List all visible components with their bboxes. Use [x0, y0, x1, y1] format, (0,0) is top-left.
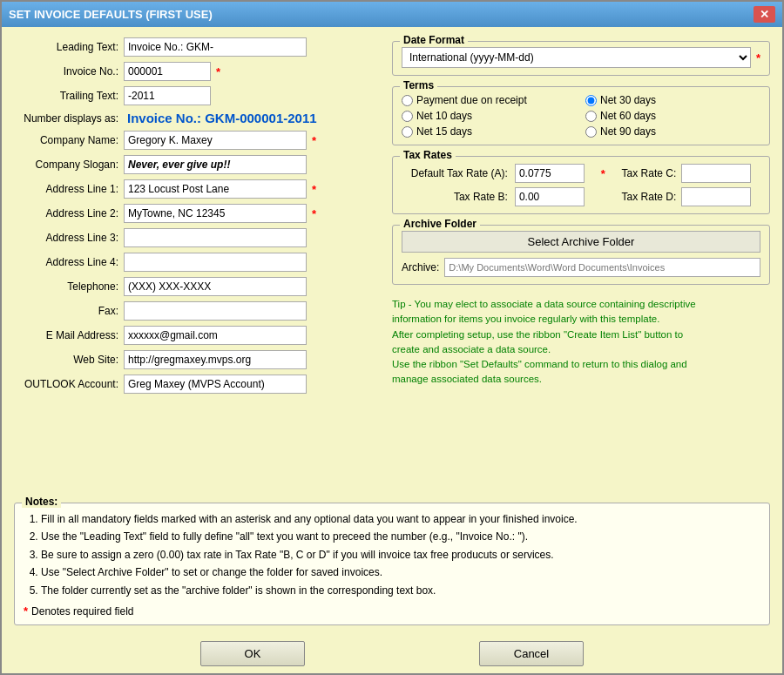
address2-label: Address Line 2:	[14, 207, 118, 219]
terms-label-receipt: Payment due on receipt	[416, 94, 527, 106]
tax-d-input[interactable]	[681, 187, 751, 206]
tax-a-input[interactable]	[515, 164, 585, 183]
leading-text-row: Leading Text:	[14, 37, 380, 57]
terms-radio-net30[interactable]	[585, 95, 597, 106]
dialog-title: SET INVOICE DEFAULTS (FIRST USE)	[9, 8, 213, 21]
notes-item-5: The folder currently set as the "archive…	[41, 582, 760, 599]
required-asterisk: *	[24, 604, 28, 618]
address1-row: Address Line 1: *	[14, 179, 380, 199]
terms-grid: Payment due on receipt Net 30 days Net 1…	[402, 94, 760, 138]
notes-box: Notes: Fill in all mandatory fields mark…	[14, 503, 770, 625]
terms-radio-receipt[interactable]	[402, 95, 413, 106]
invoice-no-required: *	[216, 65, 220, 78]
terms-label-net30: Net 30 days	[600, 94, 656, 106]
notes-item-3: Be sure to assign a zero (0.00) tax rate…	[41, 546, 760, 564]
terms-net30: Net 30 days	[585, 94, 760, 106]
number-display-value: Invoice No.: GKM-000001-2011	[127, 111, 317, 125]
required-note: * Denotes required field	[24, 604, 760, 618]
address4-row: Address Line 4:	[14, 253, 380, 272]
trailing-text-input[interactable]	[124, 86, 211, 105]
tax-a-required: *	[601, 167, 615, 180]
terms-net60: Net 60 days	[585, 110, 760, 122]
outlook-row: OUTLOOK Account:	[14, 375, 380, 394]
close-button[interactable]: ✕	[754, 6, 775, 23]
company-name-required: *	[312, 134, 316, 147]
ok-button[interactable]: OK	[200, 641, 305, 666]
tax-rates-group: Tax Rates Default Tax Rate (A): * Tax Ra…	[392, 156, 770, 214]
required-text: Denotes required field	[31, 605, 133, 618]
outlook-input[interactable]	[124, 375, 307, 394]
select-archive-button[interactable]: Select Archive Folder	[402, 231, 760, 253]
right-panel: Date Format International (yyyy-MM-dd) U…	[392, 37, 770, 496]
tax-rates-grid: Default Tax Rate (A): * Tax Rate C: Tax …	[402, 164, 760, 206]
terms-label-net15: Net 15 days	[416, 125, 472, 138]
terms-group: Terms Payment due on receipt Net 30 days	[392, 86, 770, 145]
dialog: SET INVOICE DEFAULTS (FIRST USE) ✕ Leadi…	[0, 0, 784, 675]
address2-input[interactable]	[124, 204, 307, 223]
terms-net10: Net 10 days	[402, 110, 577, 122]
address2-row: Address Line 2: *	[14, 204, 380, 223]
archive-folder-group: Archive Folder Select Archive Folder Arc…	[392, 225, 770, 285]
terms-title: Terms	[400, 79, 437, 91]
company-name-row: Company Name: *	[14, 131, 380, 150]
archive-label: Archive:	[402, 261, 439, 273]
tax-b-input[interactable]	[515, 187, 585, 206]
company-slogan-row: Company Slogan:	[14, 155, 380, 174]
dialog-body: Leading Text: Invoice No.: * Trailing Te…	[2, 27, 782, 632]
archive-path-input[interactable]	[444, 258, 760, 277]
invoice-no-label: Invoice No.:	[14, 65, 118, 78]
date-format-row: International (yyyy-MM-dd) US (MM-dd-yyy…	[402, 47, 760, 68]
address1-required: *	[312, 183, 316, 196]
address1-input[interactable]	[124, 179, 307, 199]
trailing-text-row: Trailing Text:	[14, 86, 380, 105]
date-format-title: Date Format	[400, 34, 468, 46]
terms-radio-net90[interactable]	[585, 126, 597, 138]
terms-label-net60: Net 60 days	[600, 110, 656, 122]
address1-label: Address Line 1:	[14, 183, 118, 195]
notes-item-1: Fill in all mandatory fields marked with…	[41, 510, 760, 528]
trailing-text-label: Trailing Text:	[14, 90, 118, 102]
tax-c-group: Tax Rate C:	[622, 164, 760, 183]
company-slogan-label: Company Slogan:	[14, 159, 118, 171]
tax-d-group: Tax Rate D:	[622, 187, 760, 206]
terms-radio-net15[interactable]	[402, 126, 413, 138]
address3-input[interactable]	[124, 228, 307, 247]
telephone-label: Telephone:	[14, 280, 118, 293]
email-label: E Mail Address:	[14, 329, 118, 341]
outlook-label: OUTLOOK Account:	[14, 378, 118, 390]
terms-radio-net10[interactable]	[402, 111, 413, 122]
leading-text-input[interactable]	[124, 37, 307, 57]
terms-label-net90: Net 90 days	[600, 125, 656, 138]
website-row: Web Site:	[14, 350, 380, 369]
website-input[interactable]	[124, 350, 307, 369]
terms-net90: Net 90 days	[585, 125, 760, 138]
leading-text-label: Leading Text:	[14, 41, 118, 53]
invoice-no-input[interactable]	[124, 62, 211, 81]
fax-input[interactable]	[124, 301, 307, 321]
tax-c-label: Tax Rate C:	[622, 167, 677, 179]
date-format-group: Date Format International (yyyy-MM-dd) U…	[392, 41, 770, 76]
terms-radio-net60[interactable]	[585, 111, 597, 122]
notes-list: Fill in all mandatory fields marked with…	[24, 510, 760, 599]
company-name-input[interactable]	[124, 131, 307, 150]
terms-payment-receipt: Payment due on receipt	[402, 94, 577, 106]
bottom-buttons: OK Cancel	[2, 632, 782, 673]
company-name-label: Company Name:	[14, 134, 118, 146]
date-format-required: *	[756, 51, 760, 64]
email-input[interactable]	[124, 326, 307, 345]
notes-item-4: Use "Select Archive Folder" to set or ch…	[41, 564, 760, 581]
date-format-select[interactable]: International (yyyy-MM-dd) US (MM-dd-yyy…	[402, 47, 751, 68]
telephone-input[interactable]	[124, 277, 307, 296]
number-display-row: Number displays as: Invoice No.: GKM-000…	[14, 111, 380, 125]
cancel-button[interactable]: Cancel	[479, 641, 584, 666]
notes-title: Notes:	[22, 496, 61, 508]
tax-c-input[interactable]	[681, 164, 751, 183]
company-slogan-input[interactable]	[124, 155, 307, 174]
tax-d-label: Tax Rate D:	[622, 191, 677, 203]
address4-input[interactable]	[124, 253, 307, 272]
number-display-label: Number displays as:	[14, 112, 118, 125]
terms-net15: Net 15 days	[402, 125, 577, 138]
notes-item-2: Use the "Leading Text" field to fully de…	[41, 528, 760, 545]
fax-row: Fax:	[14, 301, 380, 321]
terms-label-net10: Net 10 days	[416, 110, 472, 122]
